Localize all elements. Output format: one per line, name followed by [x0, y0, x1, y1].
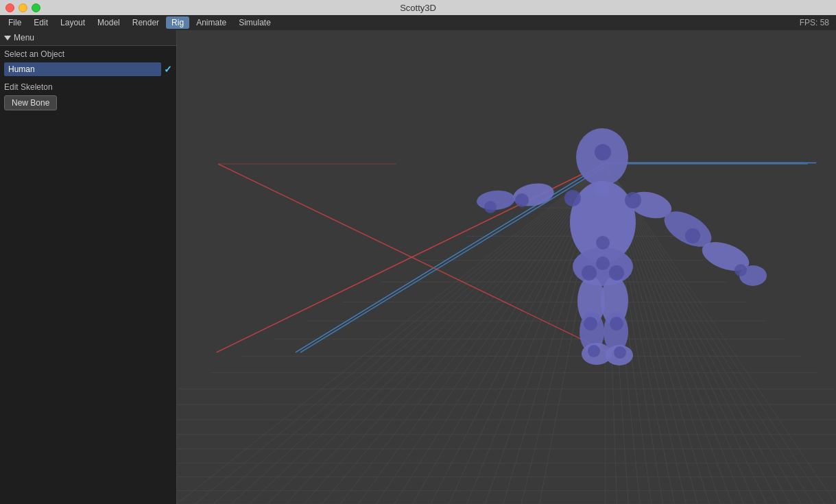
sidebar-menu-header[interactable]: Menu [0, 30, 176, 46]
object-dropdown[interactable]: Human [4, 62, 161, 76]
title-bar: Scotty3D [0, 0, 836, 15]
menu-edit[interactable]: Edit [28, 16, 53, 29]
menu-animate[interactable]: Animate [191, 16, 232, 29]
new-bone-button[interactable]: New Bone [4, 95, 57, 110]
viewport[interactable] [177, 30, 836, 504]
app-title: Scotty3D [400, 3, 436, 13]
menu-rig[interactable]: Rig [166, 16, 189, 29]
menu-layout[interactable]: Layout [55, 16, 91, 29]
sidebar: Menu Select an Object Human ✓ Edit Skele… [0, 30, 177, 504]
confirm-icon[interactable]: ✓ [164, 64, 172, 75]
close-button[interactable] [5, 3, 14, 12]
minimize-button[interactable] [19, 3, 27, 12]
edit-skeleton-label: Edit Skeleton [0, 78, 176, 94]
maximize-button[interactable] [32, 3, 40, 12]
viewport-canvas [177, 30, 836, 504]
menu-simulate[interactable]: Simulate [233, 16, 276, 29]
collapse-icon [4, 36, 11, 40]
fps-counter: FPS: 58 [800, 18, 833, 27]
select-object-label: Select an Object [0, 46, 176, 60]
menu-render[interactable]: Render [127, 16, 165, 29]
main-layout: Menu Select an Object Human ✓ Edit Skele… [0, 30, 836, 504]
window-controls [5, 3, 40, 12]
menu-model[interactable]: Model [92, 16, 126, 29]
menu-file[interactable]: File [3, 16, 27, 29]
menu-bar: File Edit Layout Model Render Rig Animat… [0, 15, 836, 30]
object-select-row: Human ✓ [0, 60, 176, 78]
menu-header-label: Menu [14, 33, 34, 43]
